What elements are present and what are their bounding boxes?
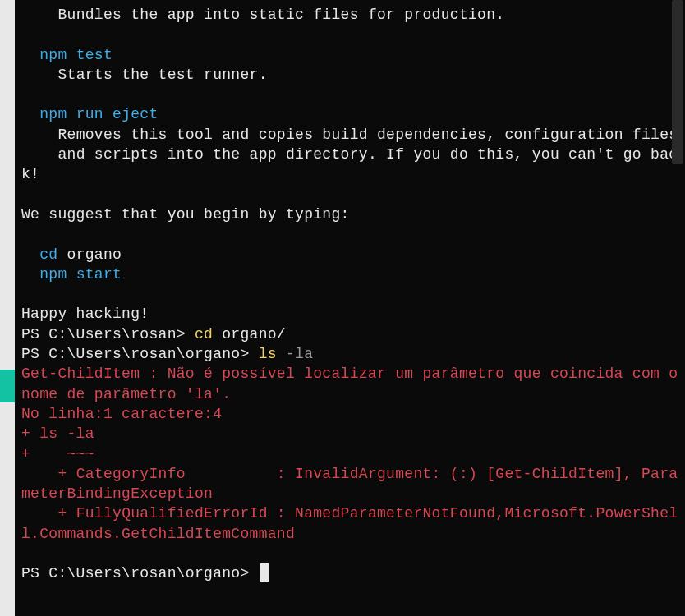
npm-test: test bbox=[76, 47, 113, 63]
output-line: and scripts into the app directory. If y… bbox=[21, 146, 678, 182]
bg-accent-strip bbox=[0, 370, 15, 402]
npm-cmd: npm bbox=[21, 106, 76, 122]
npm-run: run bbox=[76, 106, 113, 122]
terminal-cursor[interactable] bbox=[260, 563, 269, 582]
ps-prompt: PS C:\Users\rosan\organo> bbox=[21, 346, 259, 362]
error-line: + ~~~ bbox=[21, 446, 94, 462]
error-line: No linha:1 caractere:4 bbox=[21, 406, 222, 422]
cd-cmd: cd bbox=[21, 246, 67, 263]
terminal-output: Bundles the app into static files for pr… bbox=[21, 5, 678, 584]
cd-target: organo bbox=[67, 246, 122, 263]
output-line: We suggest that you begin by typing: bbox=[21, 206, 350, 223]
terminal-scrollbar[interactable] bbox=[672, 0, 685, 616]
typed-arg: -la bbox=[286, 346, 313, 362]
ps-prompt-current: PS C:\Users\rosan\organo> bbox=[21, 565, 259, 582]
typed-arg: organo/ bbox=[222, 326, 286, 342]
typed-cmd: ls bbox=[259, 346, 286, 362]
output-line: Removes this tool and copies build depen… bbox=[21, 126, 678, 143]
npm-eject: eject bbox=[113, 106, 159, 122]
scrollbar-thumb[interactable] bbox=[672, 0, 683, 164]
output-line: Starts the test runner. bbox=[21, 67, 268, 83]
typed-cmd: cd bbox=[195, 326, 222, 342]
npm-cmd: npm bbox=[21, 47, 76, 63]
error-line: + FullyQualifiedErrorId : NamedParameter… bbox=[21, 505, 678, 541]
error-line: Get-ChildItem : Não é possível localizar… bbox=[21, 365, 685, 402]
output-line: Happy hacking! bbox=[21, 306, 149, 322]
output-line: Bundles the app into static files for pr… bbox=[21, 7, 504, 23]
npm-cmd: npm bbox=[21, 266, 76, 283]
npm-start: start bbox=[76, 266, 122, 283]
error-line: + ls -la bbox=[21, 425, 94, 442]
terminal-window[interactable]: Bundles the app into static files for pr… bbox=[15, 0, 685, 616]
ps-prompt: PS C:\Users\rosan> bbox=[21, 326, 195, 342]
error-line: + CategoryInfo : InvalidArgument: (:) [G… bbox=[21, 466, 678, 502]
